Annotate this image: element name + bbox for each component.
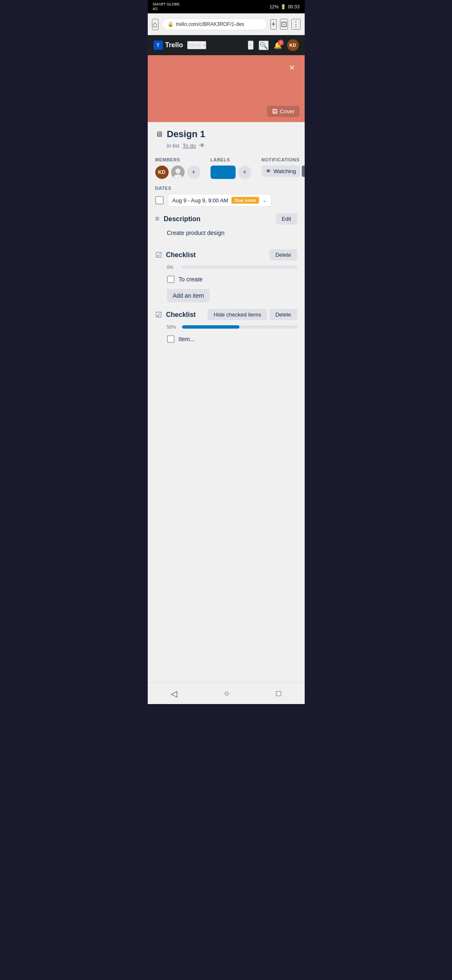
- description-header-left: ≡ Description: [155, 214, 201, 223]
- trello-logo-icon: T: [154, 41, 163, 50]
- cover-button[interactable]: 🖼 Cover: [267, 106, 300, 117]
- watching-row: 👁 Watching ✓: [262, 166, 305, 177]
- checklist-2-pct: 50%: [167, 324, 179, 329]
- checklist-2-item-1-checkbox[interactable]: [167, 335, 175, 343]
- date-value[interactable]: Aug 9 - Aug 9, 9:00 AM Due soon ⌄: [168, 194, 272, 207]
- status-bar: SMART GLOBE 4G 12% 🔋 00:33: [148, 0, 305, 13]
- trello-more-button[interactable]: More ▾: [187, 41, 206, 49]
- card-cover: × 🖼 Cover: [148, 55, 305, 122]
- back-button[interactable]: ◁: [162, 686, 185, 701]
- status-right: 12% 🔋 00:33: [270, 4, 300, 10]
- description-title: Description: [164, 215, 200, 223]
- notification-bell[interactable]: 🔔 2: [274, 41, 282, 49]
- url-text: trello.com/c/BRAK3ROF/1-des: [176, 21, 262, 27]
- trello-logo-text: Trello: [165, 41, 183, 49]
- checklist-2-header-left: ☑ Checklist: [155, 310, 196, 319]
- search-button[interactable]: 🔍: [259, 41, 269, 50]
- home-icon: ⌂: [153, 20, 158, 29]
- watch-icon[interactable]: 👁: [199, 142, 205, 149]
- time-display: 00:33: [288, 4, 300, 9]
- checklist-1-add-item-button[interactable]: Add an item: [167, 289, 210, 302]
- card-content: 🖥 Design 1 in list To do 👁 Members KD: [148, 122, 305, 359]
- home-icon: ○: [224, 689, 229, 698]
- description-icon: ≡: [155, 214, 160, 223]
- labels-section: Labels +: [211, 157, 252, 179]
- date-checkbox[interactable]: [155, 196, 164, 204]
- card-modal: × 🖼 Cover 🖥 Design 1 in list To do 👁 Mem…: [148, 55, 305, 682]
- checklist-2-progress: 50%: [155, 324, 297, 329]
- card-title-row: 🖥 Design 1: [155, 129, 297, 140]
- battery-icon: 🔋: [280, 4, 286, 10]
- trello-logo[interactable]: T Trello: [154, 41, 183, 50]
- due-soon-badge: Due soon: [231, 197, 259, 204]
- checklist-1-progress-bar-bg: [182, 265, 297, 269]
- svg-point-1: [175, 168, 180, 174]
- header-actions: + 🔍 🔔 2 KD: [248, 39, 298, 51]
- back-icon: ◁: [171, 689, 177, 698]
- checklist-2-header: ☑ Checklist Hide checked items Delete: [155, 309, 297, 320]
- add-label-button[interactable]: +: [238, 166, 252, 179]
- trello-header: T Trello More ▾ + 🔍 🔔 2 KD: [148, 35, 305, 55]
- add-tab-button[interactable]: +: [270, 19, 277, 30]
- close-modal-button[interactable]: ×: [285, 61, 299, 74]
- url-bar[interactable]: 🔒 trello.com/c/BRAK3ROF/1-des: [162, 18, 267, 30]
- checklist-1-item-1-checkbox[interactable]: [167, 276, 175, 283]
- browser-home-button[interactable]: ⌂: [152, 19, 159, 30]
- labels-label: Labels: [211, 157, 252, 162]
- checklist-1-pct: 0%: [167, 265, 179, 270]
- checklist-2-item-1: Item...: [155, 333, 297, 345]
- carrier-name: SMART GLOBE: [153, 2, 180, 7]
- user-avatar[interactable]: KD: [287, 39, 299, 51]
- member-photo-svg: [171, 166, 185, 179]
- browser-menu-button[interactable]: ⋮: [291, 19, 300, 30]
- cover-icon: 🖼: [272, 108, 277, 115]
- description-edit-button[interactable]: Edit: [276, 213, 297, 225]
- member-avatar-photo[interactable]: [171, 166, 185, 179]
- checklist-1-header-left: ☑ Checklist: [155, 250, 196, 260]
- checklist-2-item-1-label: Item...: [179, 336, 195, 342]
- description-text: Create product design: [155, 229, 297, 242]
- recent-apps-icon: □: [276, 689, 281, 698]
- date-text: Aug 9 - Aug 9, 9:00 AM: [172, 197, 229, 204]
- members-label: Members: [155, 157, 200, 162]
- metadata-section: Members KD + Labels: [155, 157, 297, 179]
- checklist-1-header: ☑ Checklist Delete: [155, 249, 297, 260]
- add-board-button[interactable]: +: [248, 41, 253, 50]
- date-chevron-icon: ⌄: [262, 197, 267, 203]
- checklist-1-title: Checklist: [166, 251, 196, 259]
- bottom-nav: ◁ ○ □: [148, 682, 305, 704]
- checklist-2-delete-button[interactable]: Delete: [270, 309, 297, 320]
- checklist-2-icon: ☑: [155, 310, 162, 319]
- watching-check-button[interactable]: ✓: [302, 166, 304, 177]
- date-row: Aug 9 - Aug 9, 9:00 AM Due soon ⌄: [155, 194, 297, 207]
- label-chip-blue[interactable]: [211, 166, 236, 179]
- labels-row: +: [211, 166, 252, 179]
- checklist-1-section: ☑ Checklist Delete 0% To create Add an i…: [155, 249, 297, 302]
- checklist-1-delete-button[interactable]: Delete: [270, 249, 297, 260]
- list-link[interactable]: To do: [182, 143, 196, 149]
- members-section: Members KD +: [155, 157, 200, 179]
- checklist-2-hide-checked-button[interactable]: Hide checked items: [208, 309, 267, 320]
- checklist-2-progress-bar-fill: [182, 325, 240, 329]
- add-member-button[interactable]: +: [187, 166, 200, 179]
- in-list-label: in list: [167, 143, 180, 149]
- watch-eye-icon: 👁: [266, 168, 271, 174]
- battery-level: 12%: [270, 4, 279, 9]
- carrier-info: SMART GLOBE 4G: [153, 2, 180, 11]
- url-security-icon: 🔒: [167, 21, 174, 27]
- member-avatar-kd[interactable]: KD: [155, 166, 169, 179]
- notifications-section: Notifications 👁 Watching ✓: [262, 157, 305, 179]
- description-section-header: ≡ Description Edit: [155, 213, 297, 225]
- trello-more-label: More: [188, 42, 201, 48]
- checklist-1-item-1: To create: [155, 273, 297, 286]
- search-icon: 🔍: [259, 42, 268, 49]
- watching-button[interactable]: 👁 Watching: [262, 166, 300, 177]
- recent-apps-button[interactable]: □: [267, 686, 289, 701]
- browser-bar: ⌂ 🔒 trello.com/c/BRAK3ROF/1-des + ⊡ ⋮: [148, 13, 305, 35]
- tabs-button[interactable]: ⊡: [280, 19, 288, 30]
- checklist-1-progress: 0%: [155, 265, 297, 270]
- home-button[interactable]: ○: [216, 686, 237, 701]
- card-type-icon: 🖥: [155, 130, 163, 139]
- card-title: Design 1: [167, 129, 205, 140]
- checklist-1-icon: ☑: [155, 250, 162, 260]
